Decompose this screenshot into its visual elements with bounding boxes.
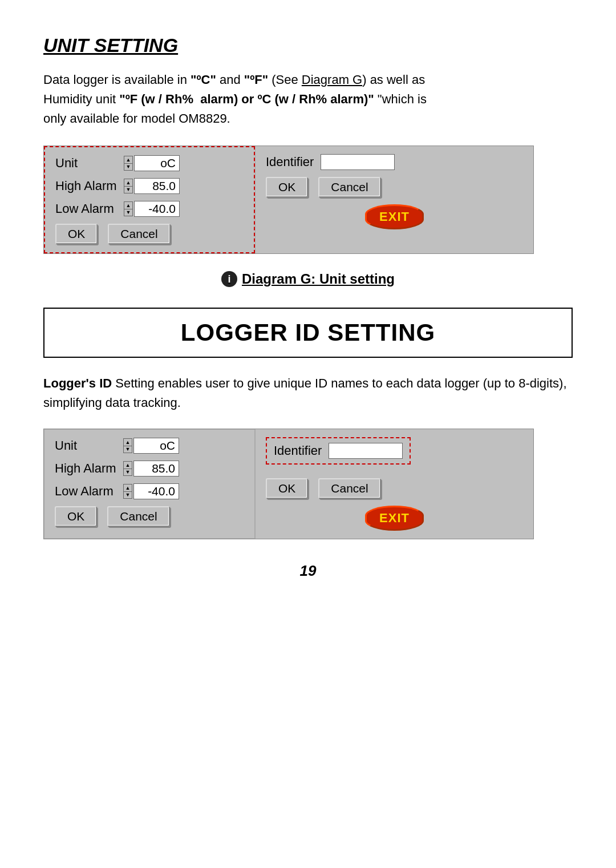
unit-row: Unit ▲ ▼ oC — [55, 155, 244, 171]
left-panel-unit: Unit ▲ ▼ oC High Alarm ▲ ▼ 85.0 Low A — [44, 146, 255, 253]
identifier-input[interactable] — [321, 154, 395, 170]
high-alarm-down-arrow[interactable]: ▼ — [124, 186, 133, 193]
logger-id-title: LOGGER ID SETTING — [58, 319, 558, 346]
cancel-button-right-2[interactable]: Cancel — [318, 478, 380, 499]
high-alarm-up-arrow-2[interactable]: ▲ — [123, 461, 132, 469]
logger-id-bold: Logger's ID — [43, 376, 112, 390]
page-number: 19 — [43, 562, 573, 580]
right-btn-row: OK Cancel — [266, 177, 523, 197]
low-alarm-label-2: Low Alarm — [55, 484, 123, 499]
right-panel-unit: Identifier OK Cancel EXIT — [255, 146, 533, 253]
low-alarm-row: Low Alarm ▲ ▼ -40.0 — [55, 201, 244, 217]
identifier-row: Identifier — [266, 154, 523, 170]
unit-value: oC — [134, 155, 180, 171]
high-alarm-value: 85.0 — [134, 178, 180, 194]
ok-button-left[interactable]: OK — [55, 224, 98, 244]
unit-spinner[interactable]: ▲ ▼ oC — [124, 155, 180, 171]
cancel-button-left-2[interactable]: Cancel — [107, 506, 169, 527]
unit-down-arrow-2[interactable]: ▼ — [123, 446, 132, 453]
logger-id-dialog: Unit ▲ ▼ oC High Alarm ▲ ▼ 85.0 Low A — [43, 429, 534, 539]
unit-spinner-2[interactable]: ▲ ▼ oC — [123, 438, 179, 454]
low-alarm-spinner-arrows[interactable]: ▲ ▼ — [124, 201, 133, 216]
unit-setting-dialog: Unit ▲ ▼ oC High Alarm ▲ ▼ 85.0 Low A — [43, 146, 534, 254]
high-alarm-spinner-2[interactable]: ▲ ▼ 85.0 — [123, 461, 179, 477]
identifier-dashed: Identifier — [266, 437, 411, 465]
high-alarm-label: High Alarm — [55, 179, 124, 193]
high-alarm-up-arrow[interactable]: ▲ — [124, 179, 133, 186]
unit-label: Unit — [55, 156, 124, 171]
diagram-g-text: Diagram G: Unit setting — [242, 271, 395, 287]
logger-id-rest: Setting enables user to give unique ID n… — [43, 376, 567, 410]
high-alarm-spinner-arrows[interactable]: ▲ ▼ — [124, 179, 133, 193]
low-alarm-up-arrow-2[interactable]: ▲ — [123, 484, 132, 491]
ok-button-right[interactable]: OK — [266, 177, 308, 197]
low-alarm-up-arrow[interactable]: ▲ — [124, 201, 133, 209]
exit-container: EXIT — [266, 204, 523, 229]
diagram-g-caption: i Diagram G: Unit setting — [43, 271, 573, 287]
low-alarm-label: Low Alarm — [55, 201, 124, 216]
high-alarm-spinner-arrows-2[interactable]: ▲ ▼ — [123, 461, 132, 476]
high-alarm-down-arrow-2[interactable]: ▼ — [123, 469, 132, 476]
logger-id-description: Logger's ID Setting enables user to give… — [43, 374, 573, 413]
right-btn-row-2: OK Cancel — [266, 478, 523, 499]
unit-up-arrow-2[interactable]: ▲ — [123, 438, 132, 446]
exit-button[interactable]: EXIT — [365, 204, 424, 229]
info-icon: i — [221, 271, 237, 287]
cancel-button-left[interactable]: Cancel — [108, 224, 170, 244]
ok-button-right-2[interactable]: OK — [266, 478, 308, 499]
unit-value-2: oC — [133, 438, 179, 454]
low-alarm-down-arrow[interactable]: ▼ — [124, 209, 133, 216]
identifier-input-2[interactable] — [329, 443, 403, 459]
high-alarm-value-2: 85.0 — [133, 461, 179, 477]
unit-setting-title: UNIT SETTING — [43, 34, 573, 56]
identifier-label: Identifier — [266, 155, 314, 169]
unit-spinner-arrows-2[interactable]: ▲ ▼ — [123, 438, 132, 453]
low-alarm-down-arrow-2[interactable]: ▼ — [123, 491, 132, 499]
unit-setting-description: Data logger is available in "ºC" and "ºF… — [43, 70, 573, 128]
left-btn-row: OK Cancel — [55, 224, 244, 244]
left-panel-logger: Unit ▲ ▼ oC High Alarm ▲ ▼ 85.0 Low A — [44, 429, 255, 539]
identifier-label-2: Identifier — [274, 443, 322, 458]
high-alarm-label-2: High Alarm — [55, 461, 123, 476]
cancel-button-right[interactable]: Cancel — [318, 177, 380, 197]
high-alarm-row-2: High Alarm ▲ ▼ 85.0 — [55, 461, 244, 477]
high-alarm-row: High Alarm ▲ ▼ 85.0 — [55, 178, 244, 194]
low-alarm-spinner-arrows-2[interactable]: ▲ ▼ — [123, 484, 132, 499]
logger-id-box: LOGGER ID SETTING — [43, 308, 573, 358]
unit-up-arrow[interactable]: ▲ — [124, 156, 133, 163]
unit-down-arrow[interactable]: ▼ — [124, 163, 133, 171]
right-panel-logger: Identifier OK Cancel EXIT — [255, 429, 533, 539]
low-alarm-row-2: Low Alarm ▲ ▼ -40.0 — [55, 483, 244, 499]
low-alarm-spinner[interactable]: ▲ ▼ -40.0 — [124, 201, 180, 217]
high-alarm-spinner[interactable]: ▲ ▼ 85.0 — [124, 178, 180, 194]
low-alarm-value: -40.0 — [134, 201, 180, 217]
low-alarm-spinner-2[interactable]: ▲ ▼ -40.0 — [123, 483, 179, 499]
unit-row-2: Unit ▲ ▼ oC — [55, 438, 244, 454]
exit-button-2[interactable]: EXIT — [365, 506, 424, 531]
low-alarm-value-2: -40.0 — [133, 483, 179, 499]
unit-spinner-arrows[interactable]: ▲ ▼ — [124, 156, 133, 171]
unit-label-2: Unit — [55, 438, 123, 453]
left-btn-row-2: OK Cancel — [55, 506, 244, 527]
exit-container-2: EXIT — [266, 506, 523, 531]
ok-button-left-2[interactable]: OK — [55, 506, 97, 527]
